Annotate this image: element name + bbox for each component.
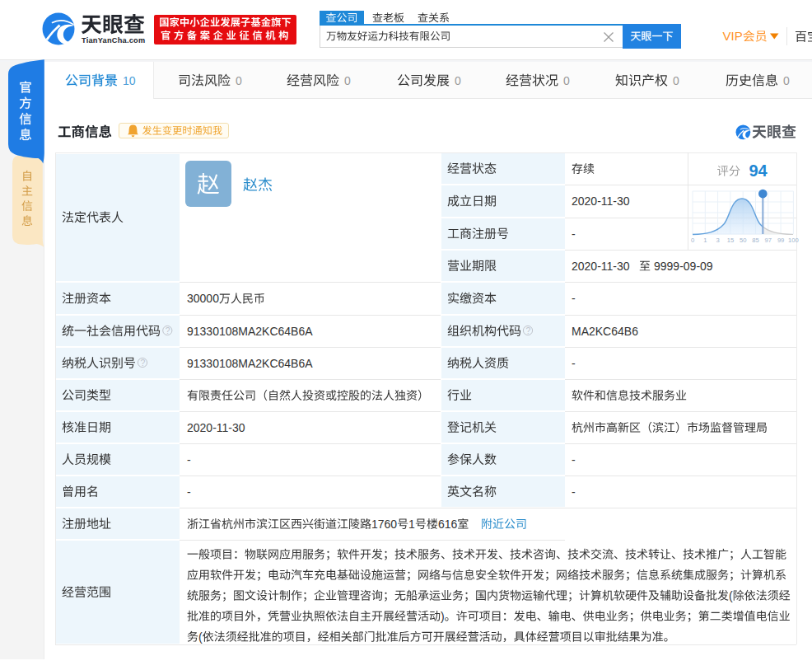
svg-text:99: 99 [777,237,784,244]
svg-text:TianYanCha.com: TianYanCha.com [82,36,145,45]
svg-text:2020-11-30: 2020-11-30 [572,194,630,208]
svg-text:1760: 1760 [371,518,397,531]
svg-text:-: - [572,227,576,241]
svg-text:-: - [187,453,191,466]
svg-text:(: ( [198,630,203,644]
svg-text:-: - [572,357,576,370]
svg-text:1: 1 [703,237,707,244]
svg-text:?: ? [525,326,530,335]
svg-text:91330108MA2KC64B6A: 91330108MA2KC64B6A [187,357,313,370]
svg-text:0: 0 [236,74,242,87]
svg-text:0: 0 [563,74,570,87]
svg-text:1: 1 [408,518,415,531]
svg-text:0: 0 [691,237,694,244]
svg-text:2020-11-30: 2020-11-30 [572,260,630,273]
svg-text:): ) [441,610,445,623]
svg-text:50: 50 [740,237,746,244]
svg-text:9999-09-09: 9999-09-09 [654,260,713,273]
svg-text:MA2KC64B6: MA2KC64B6 [572,325,638,338]
svg-text:?: ? [140,358,145,368]
svg-text:-: - [572,453,576,466]
svg-text:85: 85 [752,237,758,244]
svg-text:91330108MA2KC64B6A: 91330108MA2KC64B6A [187,325,313,338]
svg-text:?: ? [166,326,170,335]
svg-text:10: 10 [123,74,136,87]
svg-text:(: ( [729,589,733,602]
svg-text:97: 97 [765,237,772,244]
svg-text:-: - [187,485,191,499]
svg-text:30000: 30000 [187,292,219,305]
svg-text:0: 0 [673,74,679,87]
svg-text:100: 100 [788,237,799,244]
svg-text:0: 0 [783,74,790,87]
svg-text:616: 616 [438,518,458,531]
svg-text:0: 0 [455,74,461,87]
svg-text:94: 94 [749,162,768,180]
svg-text:3: 3 [716,237,720,244]
svg-text:VIP: VIP [723,29,743,43]
svg-text:-: - [572,485,576,499]
svg-text:2020-11-30: 2020-11-30 [187,421,245,434]
svg-text:0: 0 [344,74,351,87]
svg-text:15: 15 [727,237,734,244]
svg-text:-: - [572,292,576,305]
